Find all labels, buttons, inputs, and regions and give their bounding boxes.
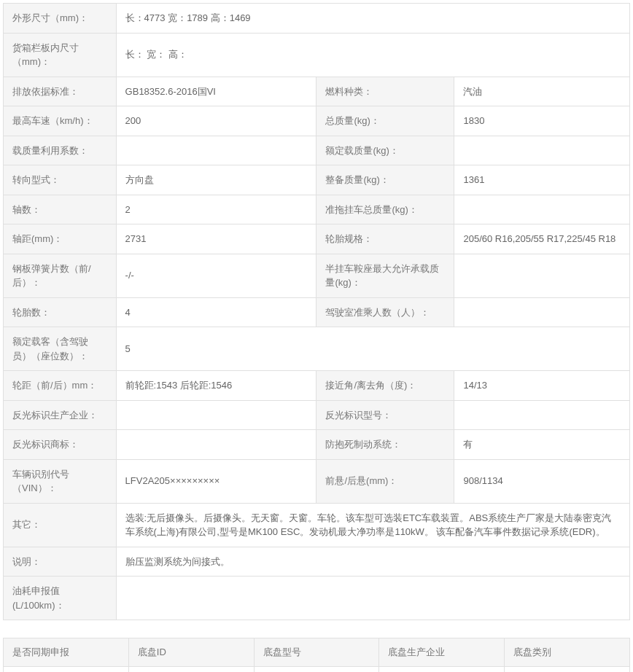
dim-value: 长：4773 宽：1789 高：1469 <box>116 4 629 34</box>
table-row: 轮胎数：4驾驶室准乘人数（人）： <box>4 297 630 327</box>
angle-value: 14/13 <box>454 371 630 401</box>
tirecount-label: 轮胎数： <box>4 297 117 327</box>
spring-value: -/- <box>116 254 316 297</box>
totalmass-value: 1830 <box>454 106 630 136</box>
vin-value: LFV2A205××××××××× <box>116 459 316 503</box>
dim-label: 外形尺寸（mm)： <box>4 4 117 34</box>
tirespec-value: 205/60 R16,205/55 R17,225/45 R18 <box>454 224 630 254</box>
note-value: 胎压监测系统为间接式。 <box>116 547 629 577</box>
trailer-value <box>454 195 630 224</box>
angle-label: 接近角/离去角（度)： <box>316 371 454 401</box>
tirespec-label: 轮胎规格： <box>316 224 454 254</box>
chassis-cell <box>379 667 505 673</box>
axles-value: 2 <box>116 195 316 224</box>
chassis-cell: 承载式车身 <box>505 667 630 673</box>
cargo-value: 长： 宽： 高： <box>116 33 629 77</box>
curbmass-label: 整备质量(kg)： <box>316 165 454 195</box>
fuelcons-value <box>116 577 629 620</box>
table-row: 轴数：2准拖挂车总质量(kg)： <box>4 195 630 224</box>
chassis-cell <box>128 667 254 673</box>
chassis-h5: 底盘类别 <box>505 638 630 667</box>
table-row: 轴距(mm)：2731轮胎规格：205/60 R16,205/55 R17,22… <box>4 224 630 254</box>
loadfactor-value <box>116 136 316 165</box>
reftm-value <box>116 430 316 460</box>
saddle-label: 半挂车鞍座最大允许承载质量(kg)： <box>316 254 454 297</box>
loadfactor-label: 载质量利用系数： <box>4 136 117 165</box>
chassis-cell <box>254 667 379 673</box>
wheelbase-label: 轴距(mm)： <box>4 224 117 254</box>
curbmass-value: 1361 <box>454 165 630 195</box>
table-row: 反光标识商标：防抱死制动系统：有 <box>4 430 630 460</box>
reftm-label: 反光标识商标： <box>4 430 117 460</box>
trailer-label: 准拖挂车总质量(kg)： <box>316 195 454 224</box>
ratedload-label: 额定载质量(kg)： <box>316 136 454 165</box>
vehicle-spec-table: 外形尺寸（mm)：长：4773 宽：1789 高：1469 货箱栏板内尺寸（mm… <box>3 3 630 620</box>
chassis-h1: 是否同期申报 <box>4 638 129 667</box>
table-row: 车辆识别代号（VIN）：LFV2A205×××××××××前悬/后悬(mm)：9… <box>4 459 630 503</box>
refmodel-value <box>454 400 630 430</box>
refmodel-label: 反光标识型号： <box>316 400 454 430</box>
axles-label: 轴数： <box>4 195 117 224</box>
table-row: 载质量利用系数：额定载质量(kg)： <box>4 136 630 165</box>
refmfr-label: 反光标识生产企业： <box>4 400 117 430</box>
refmfr-value <box>116 400 316 430</box>
table-row: 其它：选装:无后摄像头。后摄像头。无天窗。天窗。车轮。该车型可选装ETC车载装置… <box>4 503 630 547</box>
table-row: 转向型式：方向盘整备质量(kg)：1361 <box>4 165 630 195</box>
abs-value: 有 <box>454 430 630 460</box>
table-row: 反光标识生产企业：反光标识型号： <box>4 400 630 430</box>
chassis-h2: 底盘ID <box>128 638 254 667</box>
fuel-label: 燃料种类： <box>316 77 454 106</box>
table-row: 钢板弹簧片数（前/后）：-/-半挂车鞍座最大允许承载质量(kg)： <box>4 254 630 297</box>
emission-value: GB18352.6-2016国VI <box>116 77 316 106</box>
track-label: 轮距（前/后）mm： <box>4 371 117 401</box>
track-value: 前轮距:1543 后轮距:1546 <box>116 371 316 401</box>
wheelbase-value: 2731 <box>116 224 316 254</box>
chassis-cell <box>4 667 129 673</box>
spring-label: 钢板弹簧片数（前/后）： <box>4 254 117 297</box>
chassis-table: 是否同期申报 底盘ID 底盘型号 底盘生产企业 底盘类别 承载式车身 <box>3 638 630 672</box>
cargo-label: 货箱栏板内尺寸（mm)： <box>4 33 117 77</box>
cabseats-value <box>454 297 630 327</box>
ratedload-value <box>454 136 630 165</box>
seats-label: 额定载客（含驾驶员）（座位数）： <box>4 327 117 371</box>
tirecount-value: 4 <box>116 297 316 327</box>
other-value: 选装:无后摄像头。后摄像头。无天窗。天窗。车轮。该车型可选装ETC车载装置。AB… <box>116 503 629 547</box>
vin-label: 车辆识别代号（VIN）： <box>4 459 117 503</box>
chassis-h4: 底盘生产企业 <box>379 638 505 667</box>
maxspeed-value: 200 <box>116 106 316 136</box>
table-row: 货箱栏板内尺寸（mm)：长： 宽： 高： <box>4 33 630 77</box>
steer-value: 方向盘 <box>116 165 316 195</box>
totalmass-label: 总质量(kg)： <box>316 106 454 136</box>
note-label: 说明： <box>4 547 117 577</box>
overhang-value: 908/1134 <box>454 459 630 503</box>
saddle-value <box>454 254 630 297</box>
table-row: 承载式车身 <box>4 667 630 673</box>
fuelcons-label: 油耗申报值(L/100km)： <box>4 577 117 620</box>
steer-label: 转向型式： <box>4 165 117 195</box>
overhang-label: 前悬/后悬(mm)： <box>316 459 454 503</box>
table-row: 外形尺寸（mm)：长：4773 宽：1789 高：1469 <box>4 4 630 34</box>
table-row: 说明：胎压监测系统为间接式。 <box>4 547 630 577</box>
fuel-value: 汽油 <box>454 77 630 106</box>
table-row: 额定载客（含驾驶员）（座位数）：5 <box>4 327 630 371</box>
chassis-h3: 底盘型号 <box>254 638 379 667</box>
table-row: 轮距（前/后）mm：前轮距:1543 后轮距:1546接近角/离去角（度)：14… <box>4 371 630 401</box>
maxspeed-label: 最高车速（km/h)： <box>4 106 117 136</box>
seats-value: 5 <box>116 327 629 371</box>
other-label: 其它： <box>4 503 117 547</box>
table-row: 最高车速（km/h)：200总质量(kg)：1830 <box>4 106 630 136</box>
cabseats-label: 驾驶室准乘人数（人）： <box>316 297 454 327</box>
table-row: 油耗申报值(L/100km)： <box>4 577 630 620</box>
emission-label: 排放依据标准： <box>4 77 117 106</box>
table-header-row: 是否同期申报 底盘ID 底盘型号 底盘生产企业 底盘类别 <box>4 638 630 667</box>
abs-label: 防抱死制动系统： <box>316 430 454 460</box>
table-row: 排放依据标准：GB18352.6-2016国VI燃料种类：汽油 <box>4 77 630 106</box>
